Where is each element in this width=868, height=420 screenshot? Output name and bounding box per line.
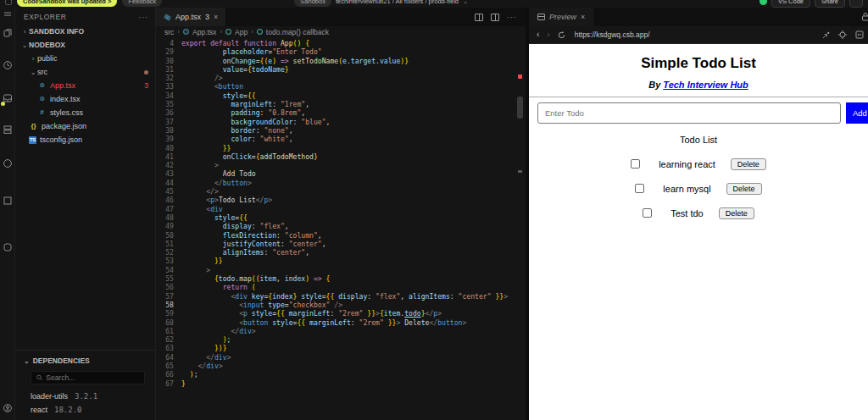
code-line[interactable]: 44 </button> <box>156 179 515 187</box>
delete-button[interactable]: Delete <box>726 183 762 195</box>
lock-icon[interactable] <box>860 12 868 22</box>
code-line[interactable]: 54 > <box>156 266 515 274</box>
dependency-item[interactable]: loader-utils3.2.1 <box>15 390 155 403</box>
todo-checkbox[interactable] <box>643 208 652 218</box>
add-todo-button[interactable]: Add Todo <box>846 102 868 124</box>
code-line[interactable]: 39 color: "white", <box>156 135 515 143</box>
clock-icon[interactable] <box>3 60 13 70</box>
breadcrumb-item[interactable]: App.tsx <box>192 28 216 36</box>
crosshair-icon[interactable] <box>838 30 847 39</box>
code-line[interactable]: 62 ); <box>156 335 515 344</box>
code-line[interactable]: 60 <button style={{ marginLeft: "2rem" }… <box>156 318 515 327</box>
code-line[interactable]: 29 placeholder="Enter Todo" <box>156 47 515 56</box>
tech-interview-hub-link[interactable]: Tech Interview Hub <box>663 80 748 90</box>
chevron-down-icon[interactable]: ⌄ <box>24 357 30 365</box>
breadcrumb-item[interactable]: src <box>164 28 174 36</box>
sandbox-pill[interactable]: Sandbox <box>294 0 331 7</box>
code-line[interactable]: 51 justifyContent: "center", <box>156 240 515 248</box>
frame-icon[interactable] <box>3 242 13 252</box>
dependency-search[interactable] <box>31 371 145 384</box>
forward-icon[interactable]: › <box>547 30 549 39</box>
code-line[interactable]: 37 backgroundColor: "blue", <box>156 118 515 126</box>
code-line[interactable]: 41 onClick={addTodoMethod} <box>156 152 515 161</box>
code-line[interactable]: 36 padding: "0.8rem", <box>156 108 515 117</box>
code-line[interactable]: 59 <p style={{ marginLeft: "2rem" }}>{it… <box>156 309 515 318</box>
url-input[interactable]: https://ksdgwq.csb.app/ <box>575 30 650 39</box>
sidebar-item-src[interactable]: ⌄src <box>15 65 155 79</box>
code-line[interactable]: 55 {todo.map((item, index) => { <box>156 274 515 283</box>
square-icon[interactable] <box>3 196 13 206</box>
todo-checkbox[interactable] <box>635 184 644 193</box>
code-line[interactable]: 48 style={{ <box>156 213 515 222</box>
tab-preview[interactable]: Preview × <box>529 8 593 26</box>
breadcrumb-item[interactable]: todo.map() callback <box>266 28 329 36</box>
files-icon[interactable] <box>3 28 13 38</box>
breadcrumb-item[interactable]: App <box>235 28 248 36</box>
close-icon[interactable]: × <box>581 13 585 21</box>
code-line[interactable]: 35 marginLeft: "1rem", <box>156 100 515 108</box>
code-line[interactable]: 49 display: "flex", <box>156 222 515 230</box>
code-line[interactable]: 31 value={todoName} <box>156 65 515 74</box>
todo-input[interactable] <box>537 102 841 124</box>
code-line[interactable]: 30 onChange={(e) => setTodoName(e.target… <box>156 57 515 65</box>
code-line[interactable]: 32 /> <box>156 74 515 82</box>
sidebar-item-index-tsx[interactable]: ⊛index.tsx <box>15 92 155 106</box>
sidebar-item-public[interactable]: ›public <box>15 52 155 65</box>
code-line[interactable]: 65 </div> <box>156 362 515 370</box>
close-icon[interactable]: × <box>214 13 218 21</box>
workspace-breadcrumb[interactable]: techinterviewhub21 / All folders / prodd… <box>336 0 459 5</box>
refresh-icon[interactable] <box>558 31 565 39</box>
code-line[interactable]: 57 <div key={index} style={{ display: "f… <box>156 292 515 301</box>
code-line[interactable]: 58 <input type="checkbox" /> <box>156 301 515 309</box>
sidebar-item-app-tsx[interactable]: ⊛App.tsx3 <box>15 79 155 92</box>
update-banner-pill[interactable]: CodeSandbox was updated > <box>17 0 117 7</box>
devtools-icon[interactable] <box>855 30 864 39</box>
code-line[interactable]: 34 style={{ <box>156 91 515 100</box>
code-line[interactable]: 33 <button <box>156 82 515 91</box>
code-line[interactable]: 43 Add Todo <box>156 169 515 178</box>
account-icon[interactable] <box>3 403 13 413</box>
split-editor-icon[interactable] <box>475 14 483 21</box>
layers-icon[interactable] <box>3 124 13 135</box>
code-line[interactable]: 61 </div> <box>156 327 515 335</box>
code-line[interactable]: 67} <box>156 379 515 388</box>
code-line[interactable]: 45 </> <box>156 187 515 196</box>
delete-button[interactable]: Delete <box>719 207 754 219</box>
code-line[interactable]: 64 </div> <box>156 353 515 362</box>
share-button[interactable]: Share <box>815 0 845 8</box>
code-line[interactable]: 56 return ( <box>156 283 515 291</box>
code-line[interactable]: 40 }} <box>156 144 515 152</box>
more-actions-icon[interactable]: ··· <box>507 13 517 21</box>
chevron-down-icon[interactable]: ⌄ <box>463 0 468 5</box>
explorer-more-icon[interactable]: ··· <box>139 13 149 21</box>
code-area[interactable]: 4export default function App() {29 place… <box>156 39 515 420</box>
fork-button-partial[interactable] <box>849 0 863 8</box>
code-line[interactable]: 42 > <box>156 161 515 169</box>
code-line[interactable]: 50 flexDirection: "column", <box>156 231 515 240</box>
sidebar-item-nodebox[interactable]: ⌄NODEBOX <box>15 38 155 52</box>
code-line[interactable]: 4export default function App() { <box>156 39 515 47</box>
circle-icon[interactable] <box>3 158 13 169</box>
split-editor-right-icon[interactable] <box>491 14 499 21</box>
open-external-icon[interactable] <box>822 31 830 39</box>
tab-app-tsx[interactable]: App.tsx 3 × <box>156 8 225 26</box>
feedback-button[interactable]: Feedback <box>122 0 162 7</box>
code-line[interactable]: 46 <p>Todo List</p> <box>156 196 515 204</box>
scrollbar-thumb[interactable] <box>517 97 523 119</box>
sidebar-item-package-json[interactable]: {}package.json <box>15 119 155 133</box>
code-line[interactable]: 52 alignItems: "center", <box>156 248 515 257</box>
code-line[interactable]: 38 border: "none", <box>156 126 515 135</box>
avatar[interactable] <box>760 0 767 5</box>
dependency-item[interactable]: react18.2.0 <box>15 403 155 417</box>
sidebar-item-tsconfig-json[interactable]: TStsconfig.json <box>15 133 155 146</box>
sidebar-item-sandbox-info[interactable]: ›SANDBOX INFO <box>15 25 155 38</box>
todo-checkbox[interactable] <box>631 159 640 169</box>
back-icon[interactable]: ‹ <box>537 30 539 39</box>
sidebar-item-styles-css[interactable]: #styles.css <box>15 106 155 119</box>
code-line[interactable]: 66 ); <box>156 370 515 379</box>
dependency-search-input[interactable] <box>46 373 139 382</box>
code-line[interactable]: 63 })} <box>156 344 515 352</box>
code-line[interactable]: 47 <div <box>156 205 515 213</box>
menu-icon[interactable] <box>3 8 13 19</box>
delete-button[interactable]: Delete <box>731 158 766 170</box>
